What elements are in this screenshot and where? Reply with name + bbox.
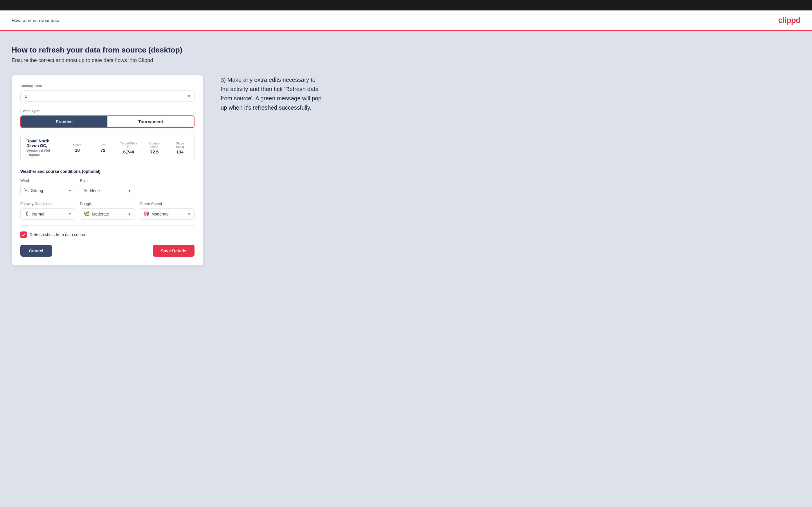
starting-hole-select-wrapper[interactable]: 1 10 ▼ [20,91,195,102]
rough-icon: 🌿 [84,211,89,217]
fairway-col: Fairway Conditions 🏌 Normal ▼ [20,202,75,220]
toggle-group: Practice Tournament [20,115,195,128]
rain-value: None [90,188,125,193]
slope-rating-stat: Slope rating 134 [171,142,189,154]
rough-select[interactable]: 🌿 Moderate ▼ [80,208,135,220]
slope-rating-label: Slope rating [171,142,189,149]
logo: clippd [778,16,800,25]
rough-label: Rough [80,202,135,206]
wind-rain-row: Wind 🌬 Strong ▼ Rain ☀ None ▼ [20,178,195,196]
starting-hole-section: Starting Hole 1 10 ▼ [20,84,195,102]
cancel-button[interactable]: Cancel [20,245,52,257]
refresh-checkbox[interactable] [20,231,27,238]
course-rating-value: 72.5 [146,149,163,154]
yards-value: 6,744 [120,149,137,154]
starting-hole-label: Starting Hole [20,84,195,88]
game-type-col: Game Type Practice Tournament [20,109,195,128]
holes-label: Holes [69,143,86,147]
main-content: How to refresh your data from source (de… [0,31,812,506]
course-par-stat: Par 72 [94,143,111,153]
refresh-checkbox-row: Refresh shots from data source [20,231,195,238]
side-description: 3) Make any extra edits necessary to the… [221,75,325,112]
divider [20,225,195,226]
par-value: 72 [94,148,111,153]
save-button[interactable]: Save Details [153,245,195,257]
green-speed-select[interactable]: 🎯 Moderate ▼ [140,208,195,220]
tournament-button[interactable]: Tournament [107,116,194,127]
button-row: Cancel Save Details [20,245,195,257]
content-row: Starting Hole 1 10 ▼ Game Type Practice … [12,75,800,265]
page-subheading: Ensure the correct and most up to date d… [12,57,800,63]
par-label: Par [94,143,111,147]
course-location: Westward Ho!, England [27,149,60,157]
green-speed-col: Green Speed 🎯 Moderate ▼ [140,202,195,220]
rough-value: Moderate [92,212,125,216]
wind-col: Wind 🌬 Strong ▼ [20,178,75,196]
wind-label: Wind [20,178,75,183]
fairway-arrow-icon: ▼ [68,212,71,216]
fairway-label: Fairway Conditions [20,202,75,206]
course-yards-stat: Yards/White (M)) 6,744 [120,142,137,154]
wind-icon: 🌬 [24,188,29,193]
wind-value: Strong [31,188,66,193]
conditions-section-label: Weather and course conditions (optional) [20,169,195,174]
course-details: Royal North Devon GC, Westward Ho!, Engl… [27,138,60,157]
rough-arrow-icon: ▼ [128,212,131,216]
course-name: Royal North Devon GC, [27,138,60,148]
top-bar [0,0,812,10]
header: How to refresh your data clippd [0,10,812,31]
wind-arrow-icon: ▼ [68,189,71,192]
green-speed-arrow-icon: ▼ [188,212,191,216]
green-speed-value: Moderate [152,212,185,216]
course-rating-stat: Course rating 72.5 [146,142,163,154]
green-speed-icon: 🎯 [143,211,149,217]
yards-label: Yards/White (M)) [120,142,137,149]
fairway-select[interactable]: 🏌 Normal ▼ [20,208,75,220]
rain-select[interactable]: ☀ None ▼ [80,185,135,196]
rain-col: Rain ☀ None ▼ [80,178,135,196]
placeholder-col [140,178,195,196]
fairway-rough-green-row: Fairway Conditions 🏌 Normal ▼ Rough 🌿 Mo… [20,202,195,220]
slope-rating-value: 134 [171,149,189,154]
rain-arrow-icon: ▼ [128,189,131,192]
rain-label: Rain [80,178,135,183]
rough-col: Rough 🌿 Moderate ▼ [80,202,135,220]
course-holes-stat: Holes 18 [69,143,86,153]
game-type-label: Game Type [20,109,195,113]
header-title: How to refresh your data [12,18,59,23]
fairway-icon: 🏌 [24,211,30,217]
starting-hole-select[interactable]: 1 10 [20,91,194,102]
course-rating-label: Course rating [146,142,163,149]
refresh-checkbox-label: Refresh shots from data source [30,232,86,237]
practice-button[interactable]: Practice [21,116,107,127]
wind-select[interactable]: 🌬 Strong ▼ [20,185,75,196]
game-type-section: Game Type Practice Tournament [20,109,195,128]
page-heading: How to refresh your data from source (de… [12,46,800,55]
course-info-box: Royal North Devon GC, Westward Ho!, Engl… [20,134,195,162]
form-card: Starting Hole 1 10 ▼ Game Type Practice … [12,75,203,265]
rain-icon: ☀ [84,188,88,193]
fairway-value: Normal [32,212,66,216]
green-speed-label: Green Speed [140,202,195,206]
holes-value: 18 [69,148,86,153]
